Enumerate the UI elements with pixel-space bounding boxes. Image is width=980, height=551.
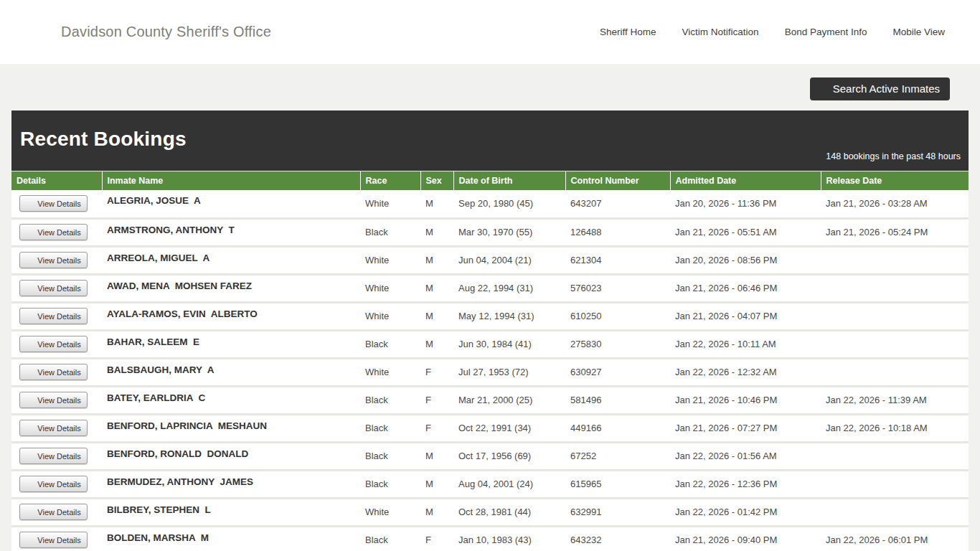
admitted-date-cell: Jan 22, 2026 - 10:11 AM [670,330,821,358]
sex-cell: M [420,190,453,218]
table-row: View Details ARREOLA, MIGUEL A White M J… [11,246,969,274]
dob-cell: Mar 21, 2000 (25) [453,386,565,414]
view-details-button[interactable]: View Details [19,252,88,268]
race-cell: White [360,498,420,526]
table-row: View Details BERMUDEZ, ANTHONY JAMES Bla… [11,470,969,498]
admitted-date-cell: Jan 21, 2026 - 09:40 PM [670,526,821,551]
control-number-cell: 67252 [565,442,670,470]
table-row: View Details BATEY, EARLDRIA C Black F M… [11,386,969,414]
dob-cell: Jul 27, 1953 (72) [453,358,565,386]
race-cell: Black [360,386,420,414]
nav-bond-payment-info[interactable]: Bond Payment Info [785,27,867,37]
sex-cell: M [420,470,453,498]
release-date-cell [821,442,969,470]
race-cell: White [360,358,420,386]
release-date-cell [821,246,969,274]
control-number-cell: 610250 [565,302,670,330]
control-number-cell: 632991 [565,498,670,526]
admitted-date-cell: Jan 21, 2026 - 05:51 AM [670,218,821,246]
details-cell: View Details [11,246,102,274]
view-details-button[interactable]: View Details [19,476,88,492]
search-active-inmates-button[interactable]: Search Active Inmates [810,77,950,100]
view-details-button[interactable]: View Details [19,532,88,548]
col-header-date-of-birth: Date of Birth [453,171,565,191]
sex-cell: M [420,330,453,358]
col-header-inmate-name: Inmate Name [102,171,360,191]
control-number-cell: 126488 [565,218,670,246]
table-row: View Details BALSBAUGH, MARY A White F J… [11,358,969,386]
dob-cell: Jun 04, 2004 (21) [453,246,565,274]
release-date-cell: Jan 21, 2026 - 03:28 AM [821,190,969,218]
site-title: Davidson County Sheriff's Office [61,24,271,40]
sex-cell: M [420,302,453,330]
dob-cell: Aug 22, 1994 (31) [453,274,565,302]
release-date-cell [821,498,969,526]
inmate-name-cell: ARREOLA, MIGUEL A [102,246,360,274]
release-date-cell [821,302,969,330]
dob-cell: Mar 30, 1970 (55) [453,218,565,246]
sex-cell: F [420,526,453,551]
view-details-button[interactable]: View Details [19,392,88,408]
view-details-button[interactable]: View Details [19,448,88,464]
col-header-sex: Sex [420,171,453,191]
control-number-cell: 630927 [565,358,670,386]
inmate-name-cell: BENFORD, RONALD DONALD [102,442,360,470]
table-row: View Details AWAD, MENA MOHSEN FAREZ Whi… [11,274,969,302]
details-cell: View Details [11,330,102,358]
admitted-date-cell: Jan 22, 2026 - 01:56 AM [670,442,821,470]
sex-cell: M [420,246,453,274]
nav-sheriff-home[interactable]: Sheriff Home [600,27,656,37]
control-number-cell: 621304 [565,246,670,274]
admitted-date-cell: Jan 21, 2026 - 10:46 PM [670,386,821,414]
inmate-name-cell: AWAD, MENA MOHSEN FAREZ [102,274,360,302]
view-details-button[interactable]: View Details [19,308,88,324]
admitted-date-cell: Jan 22, 2026 - 12:36 PM [670,470,821,498]
control-number-cell: 581496 [565,386,670,414]
race-cell: Black [360,218,420,246]
release-date-cell: Jan 22, 2026 - 06:01 PM [821,526,969,551]
dob-cell: Oct 17, 1956 (69) [453,442,565,470]
table-row: View Details ALEGRIA, JOSUE A White M Se… [11,190,969,218]
table-row: View Details BENFORD, LAPRINCIA MESHAUN … [11,414,969,442]
inmate-name-cell: BENFORD, LAPRINCIA MESHAUN [102,414,360,442]
sex-cell: M [420,218,453,246]
release-date-cell: Jan 22, 2026 - 10:18 AM [821,414,969,442]
table-header-row: Details Inmate Name Race Sex Date of Bir… [11,171,969,191]
inmate-name-cell: ALEGRIA, JOSUE A [102,190,360,218]
inmate-name-cell: BATEY, EARLDRIA C [102,386,360,414]
col-header-release-date: Release Date [821,171,969,191]
nav-victim-notification[interactable]: Victim Notification [682,27,759,37]
view-details-button[interactable]: View Details [19,336,88,352]
view-details-button[interactable]: View Details [19,504,88,520]
control-number-cell: 576023 [565,274,670,302]
view-details-button[interactable]: View Details [19,195,88,212]
race-cell: White [360,190,420,218]
table-row: View Details BENFORD, RONALD DONALD Blac… [11,442,969,470]
dob-cell: Jan 10, 1983 (43) [453,526,565,551]
sex-cell: M [420,274,453,302]
control-number-cell: 449166 [565,414,670,442]
control-number-cell: 643207 [565,190,670,218]
sex-cell: F [420,414,453,442]
view-details-button[interactable]: View Details [19,420,88,436]
recent-bookings-header: Recent Bookings 148 bookings in the past… [11,110,969,171]
control-number-cell: 643232 [565,526,670,551]
admitted-date-cell: Jan 22, 2026 - 12:32 AM [670,358,821,386]
race-cell: White [360,302,420,330]
release-date-cell [821,358,969,386]
dob-cell: Oct 22, 1991 (34) [453,414,565,442]
view-details-button[interactable]: View Details [19,224,88,240]
details-cell: View Details [11,190,102,218]
dob-cell: Oct 28, 1981 (44) [453,498,565,526]
details-cell: View Details [11,526,102,551]
view-details-button[interactable]: View Details [19,280,88,296]
control-number-cell: 275830 [565,330,670,358]
details-cell: View Details [11,218,102,246]
dob-cell: Jun 30, 1984 (41) [453,330,565,358]
release-date-cell [821,274,969,302]
inmate-name-cell: BAHAR, SALEEM E [102,330,360,358]
sex-cell: M [420,498,453,526]
details-cell: View Details [11,470,102,498]
nav-mobile-view[interactable]: Mobile View [892,27,945,37]
view-details-button[interactable]: View Details [19,364,88,380]
